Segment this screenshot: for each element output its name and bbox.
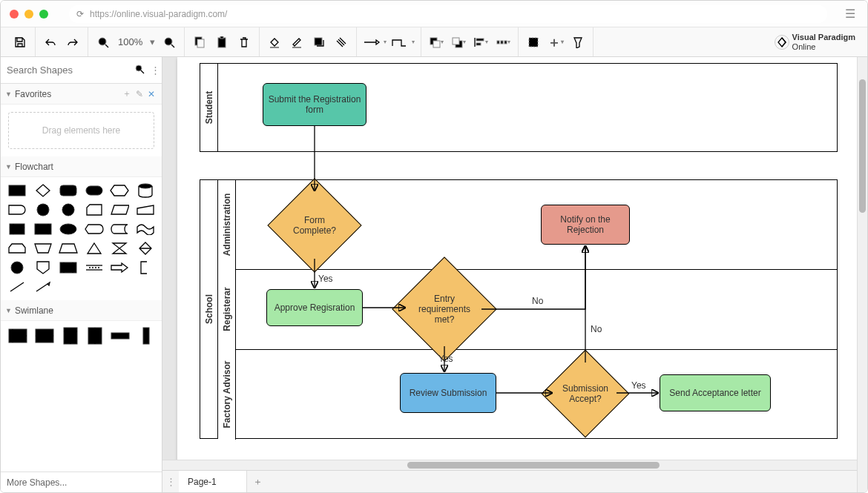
- add-button[interactable]: ＋▾: [545, 32, 566, 53]
- search-icon[interactable]: [131, 61, 148, 79]
- shape-annotation[interactable]: [135, 260, 156, 275]
- canvas-viewport[interactable]: Student School Administration Registerar…: [162, 57, 867, 470]
- zoom-in-button[interactable]: [159, 32, 180, 53]
- shape-line-arrow[interactable]: [33, 279, 53, 294]
- front-button[interactable]: ▾: [426, 32, 447, 53]
- style-button[interactable]: [331, 32, 352, 53]
- favorites-add-icon[interactable]: ＋: [120, 87, 134, 100]
- zoom-level[interactable]: 100%: [115, 36, 145, 47]
- search-options-icon[interactable]: ⋮: [148, 62, 163, 79]
- zoom-dropdown-icon[interactable]: ▾: [147, 32, 157, 53]
- align-button[interactable]: ▾: [470, 32, 491, 53]
- shape-rounded-rect[interactable]: [58, 183, 79, 198]
- shape-extract[interactable]: [84, 241, 105, 256]
- shape-hexagon[interactable]: [109, 183, 130, 198]
- flowchart-header[interactable]: ▼ Flowchart: [1, 156, 162, 177]
- node-send-acceptance[interactable]: Send Acceptance letter: [660, 374, 771, 411]
- scroll-thumb[interactable]: [407, 462, 660, 469]
- favorites-drop-zone[interactable]: Drag elements here: [8, 112, 154, 149]
- diagram-paper[interactable]: Student School Administration Registerar…: [177, 57, 867, 470]
- shape-lane-v[interactable]: [86, 328, 103, 343]
- shape-sort[interactable]: [135, 241, 156, 256]
- node-submission-accept[interactable]: Submission Accept?: [554, 363, 617, 425]
- shape-loop-limit[interactable]: [7, 241, 27, 256]
- refresh-icon[interactable]: ⟳: [76, 9, 84, 19]
- url-bar[interactable]: ⟳ https://online.visual-paradigm.com/: [69, 5, 827, 23]
- undo-button[interactable]: [40, 32, 61, 53]
- add-page-button[interactable]: ＋: [247, 471, 269, 492]
- line-color-button[interactable]: [286, 32, 307, 53]
- node-review-submission[interactable]: Review Submission: [400, 373, 496, 413]
- shape-single-lane-h[interactable]: [111, 328, 130, 343]
- shape-lane-h[interactable]: [35, 328, 54, 343]
- copy-button[interactable]: [189, 32, 210, 53]
- shape-or[interactable]: [58, 202, 79, 217]
- node-form-complete[interactable]: Form Complete?: [281, 192, 348, 259]
- connector-type-button[interactable]: ▾: [361, 32, 388, 53]
- shape-document[interactable]: [58, 260, 79, 275]
- brand-logo[interactable]: Visual ParadigmOnline: [775, 33, 855, 50]
- pool-school-title[interactable]: School: [200, 180, 218, 438]
- shape-terminator[interactable]: [84, 183, 105, 198]
- favorites-header[interactable]: ▼ Favorites ＋ ✎ ✕: [1, 84, 162, 105]
- tabs-grip-icon[interactable]: ⋮: [162, 476, 179, 487]
- shape-cylinder[interactable]: [135, 183, 156, 198]
- window-maximize-icon[interactable]: [39, 10, 48, 19]
- shape-stored-data[interactable]: [109, 222, 130, 236]
- shape-parallel[interactable]: [84, 260, 105, 275]
- node-approve[interactable]: Approve Regisration: [266, 289, 363, 326]
- shape-manual-op2[interactable]: [58, 241, 79, 256]
- zoom-out-button[interactable]: [93, 32, 114, 53]
- menu-icon[interactable]: ☰: [842, 4, 858, 24]
- shape-predefined[interactable]: [33, 222, 53, 236]
- node-notify-rejection[interactable]: Notify on the Rejection: [541, 205, 630, 245]
- shape-arrow[interactable]: [109, 260, 130, 275]
- save-button[interactable]: [10, 32, 30, 53]
- node-submit-form[interactable]: Submit the Registration form: [263, 83, 366, 126]
- fill-color-button[interactable]: [264, 32, 285, 53]
- node-entry-requirements[interactable]: Entry requirements met?: [407, 272, 481, 346]
- shape-internal-storage[interactable]: [7, 222, 27, 236]
- shape-offpage[interactable]: [33, 260, 53, 275]
- horizontal-scrollbar[interactable]: [162, 460, 857, 470]
- shape-data[interactable]: [109, 202, 130, 217]
- shape-diamond[interactable]: [33, 183, 53, 198]
- shape-sum[interactable]: [33, 202, 53, 217]
- shape-single-lane-v[interactable]: [137, 328, 154, 343]
- shape-collate[interactable]: [109, 241, 130, 256]
- paste-button[interactable]: [211, 32, 232, 53]
- waypoint-button[interactable]: ▾: [389, 32, 416, 53]
- shape-line[interactable]: [7, 279, 27, 294]
- shape-rectangle[interactable]: [7, 183, 27, 198]
- shape-display[interactable]: [84, 222, 105, 236]
- tab-page-1[interactable]: Page-1: [179, 471, 247, 492]
- delete-button[interactable]: [234, 32, 254, 53]
- back-button[interactable]: ▾: [448, 32, 469, 53]
- shape-ellipse[interactable]: [58, 222, 79, 236]
- pool-student-title[interactable]: Student: [200, 64, 218, 151]
- favorites-edit-icon[interactable]: ✎: [134, 89, 145, 99]
- shadow-button[interactable]: [309, 32, 329, 53]
- distribute-button[interactable]: ▾: [493, 32, 513, 53]
- favorites-close-icon[interactable]: ✕: [145, 89, 157, 99]
- scroll-thumb[interactable]: [859, 79, 866, 213]
- shape-pool-h[interactable]: [8, 328, 27, 343]
- select-mode-button[interactable]: [523, 32, 544, 53]
- vertical-scrollbar[interactable]: [857, 57, 867, 492]
- window-minimize-icon[interactable]: [24, 10, 33, 19]
- lane-advisor-title[interactable]: Factory Advisor: [218, 349, 236, 440]
- lane-registrar-title[interactable]: Registerar: [218, 269, 236, 349]
- redo-button[interactable]: [62, 32, 83, 53]
- shape-delay[interactable]: [7, 202, 27, 217]
- shape-card[interactable]: [84, 202, 105, 217]
- shape-tape[interactable]: [135, 222, 156, 236]
- more-shapes-button[interactable]: More Shapes...: [1, 472, 162, 492]
- search-input[interactable]: [7, 64, 131, 76]
- more-tools-button[interactable]: [568, 32, 588, 53]
- shape-pool-v[interactable]: [62, 328, 79, 343]
- window-close-icon[interactable]: [10, 10, 19, 19]
- shape-manual-input[interactable]: [135, 202, 156, 217]
- swimlane-header[interactable]: ▼ Swimlane: [1, 300, 162, 321]
- shape-connector[interactable]: [7, 260, 27, 275]
- shape-manual-op[interactable]: [33, 241, 53, 256]
